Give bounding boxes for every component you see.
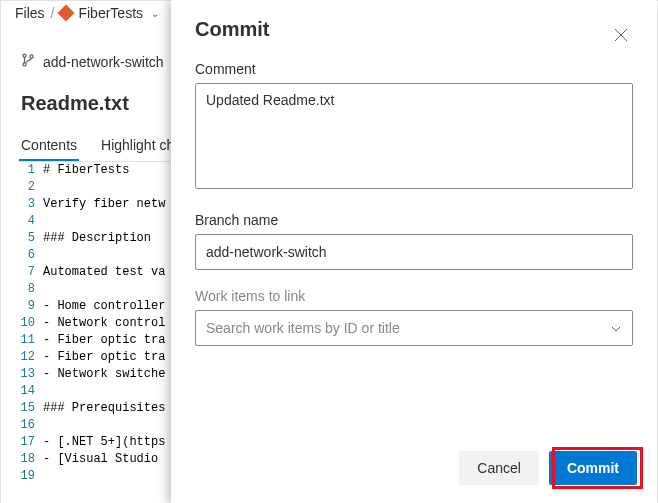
code-line: 14 [17,383,187,400]
code-line: 9- Home controller [17,298,187,315]
branch-input[interactable] [195,234,633,270]
code-line: 7Automated test va [17,264,187,281]
commit-dialog: Commit Comment Branch name Work items to… [171,0,657,503]
branch-icon [21,53,35,70]
chevron-down-icon [610,322,622,334]
breadcrumb-sep: / [51,5,55,21]
code-line: 8 [17,281,187,298]
tab-contents[interactable]: Contents [19,131,79,161]
code-line: 18- [Visual Studio [17,451,187,468]
code-line: 4 [17,213,187,230]
commit-button[interactable]: Commit [549,451,637,485]
code-line: 13- Network switche [17,366,187,383]
repo-icon [58,5,75,22]
svg-point-2 [30,55,33,58]
branch-name: add-network-switch [43,54,164,70]
code-line: 17- [.NET 5+](https [17,434,187,451]
workitems-label: Work items to link [195,288,633,304]
workitems-select[interactable]: Search work items by ID or title [195,310,633,346]
close-button[interactable] [607,22,635,50]
branch-label: Branch name [195,212,633,228]
code-line: 12- Fiber optic tra [17,349,187,366]
comment-input[interactable] [195,83,633,189]
code-line: 6 [17,247,187,264]
code-line: 1# FiberTests [17,162,187,179]
svg-point-0 [23,54,26,57]
code-view: 1# FiberTests23Verify fiber netw45### De… [17,161,187,485]
code-line: 15### Prerequisites [17,400,187,417]
code-line: 16 [17,417,187,434]
svg-point-1 [23,63,26,66]
chevron-down-icon: ⌄ [151,8,159,19]
code-line: 2 [17,179,187,196]
workitems-placeholder: Search work items by ID or title [206,320,400,336]
breadcrumb-files[interactable]: Files [15,5,45,21]
breadcrumb-repo-label: FiberTests [78,5,143,21]
close-icon [613,27,629,43]
cancel-button[interactable]: Cancel [459,451,539,485]
code-line: 19 [17,468,187,485]
code-line: 3Verify fiber netw [17,196,187,213]
breadcrumb-repo[interactable]: FiberTests ⌄ [60,5,159,21]
code-line: 10- Network control [17,315,187,332]
code-line: 11- Fiber optic tra [17,332,187,349]
code-line: 5### Description [17,230,187,247]
comment-label: Comment [195,61,633,77]
dialog-title: Commit [195,18,633,41]
